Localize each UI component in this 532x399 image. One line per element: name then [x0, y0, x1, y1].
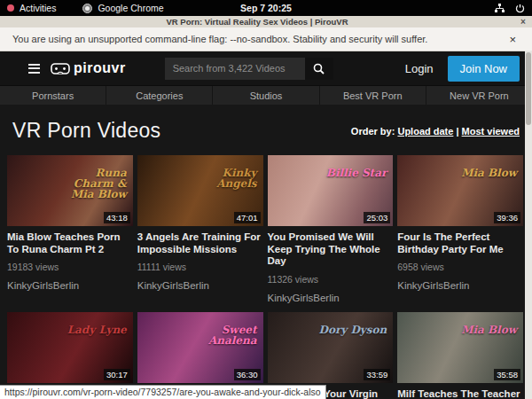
- video-title[interactable]: Mia Blow Teaches Porn To Runa Charm Pt 2: [7, 231, 133, 255]
- search-input[interactable]: [165, 58, 305, 80]
- warning-text: You are using an unsupported command-lin…: [12, 34, 505, 44]
- thumbnail-overlay-text: Runa Charm & Mia Blow: [56, 168, 127, 200]
- video-studio-link[interactable]: KinkyGirlsBerlin: [7, 280, 133, 291]
- warning-close-icon[interactable]: ×: [505, 33, 520, 46]
- system-top-bar: Activities Google Chrome Sep 7 20:25: [0, 0, 532, 16]
- video-views: 19183 views: [7, 262, 133, 272]
- nav-item-categories[interactable]: Categories: [106, 86, 212, 105]
- thumbnail-overlay-text: Mia Blow: [461, 168, 517, 178]
- video-card[interactable]: Mia Blow 39:36 Four Is The Perfect Birth…: [397, 155, 523, 303]
- search-button[interactable]: [305, 58, 333, 80]
- scrollbar[interactable]: [525, 51, 532, 399]
- order-by: Order by: Upload date | Most viewed: [351, 126, 520, 137]
- menu-hamburger-icon[interactable]: [27, 60, 42, 77]
- search-icon: [313, 63, 325, 74]
- browser-tab-bar: VR Porn: Virtual Reality Sex Videos | Pi…: [0, 16, 532, 27]
- order-by-label: Order by:: [351, 126, 395, 137]
- nav-item-studios[interactable]: Studios: [212, 86, 318, 105]
- login-link[interactable]: Login: [400, 59, 439, 79]
- video-thumbnail[interactable]: Dory Dyson 33:59: [268, 312, 394, 383]
- logo-text: pirouvr: [74, 60, 126, 76]
- order-upload-date-link[interactable]: Upload date: [397, 126, 453, 137]
- nav-item-best-vr[interactable]: Best VR Porn: [319, 86, 426, 105]
- network-icon[interactable]: [495, 4, 505, 13]
- clock[interactable]: Sep 7 20:25: [211, 3, 321, 13]
- video-title[interactable]: Four Is The Perfect Birthday Party For M…: [397, 231, 523, 255]
- site-nav: Pornstars Categories Studios Best VR Por…: [0, 85, 532, 105]
- tab-close-icon[interactable]: ×: [514, 17, 532, 27]
- video-title[interactable]: 3 Angels Are Training For Impossible Mis…: [137, 231, 263, 255]
- duration-badge: 33:59: [364, 369, 390, 380]
- video-thumbnail[interactable]: Kinky Angels 47:01: [137, 155, 263, 226]
- screen: Activities Google Chrome Sep 7 20:25 VR …: [0, 0, 532, 399]
- power-icon[interactable]: [515, 4, 525, 13]
- duration-badge: 43:18: [104, 212, 130, 223]
- nav-item-pornstars[interactable]: Pornstars: [0, 86, 106, 105]
- page-heading-row: VR Porn Videos Order by: Upload date | M…: [0, 105, 532, 153]
- video-thumbnail[interactable]: Sweet Analena 36:30: [137, 312, 263, 383]
- video-thumbnail[interactable]: Lady Lyne 30:17: [7, 312, 133, 383]
- order-most-viewed-link[interactable]: Most viewed: [462, 126, 520, 137]
- thumbnail-overlay-text: Lady Lyne: [67, 325, 127, 335]
- video-thumbnail[interactable]: Mia Blow 35:58: [397, 312, 523, 383]
- video-title[interactable]: You Promised We Will Keep Trying The Who…: [268, 231, 394, 268]
- page-title: VR Porn Videos: [12, 119, 160, 143]
- duration-badge: 47:01: [234, 212, 261, 223]
- video-thumbnail[interactable]: Mia Blow 39:36: [397, 155, 523, 226]
- thumbnail-overlay-text: Sweet Analena: [186, 325, 257, 346]
- order-separator: |: [456, 126, 458, 137]
- vr-goggles-icon: [51, 63, 70, 74]
- video-card[interactable]: Mia Blow 35:58 Milf Teaches The Teacher …: [397, 312, 523, 399]
- browser-tab[interactable]: VR Porn: Virtual Reality Sex Videos | Pi…: [0, 17, 514, 27]
- activities-button[interactable]: Activities: [20, 3, 56, 13]
- duration-badge: 35:58: [494, 369, 520, 380]
- thumbnail-overlay-text: Mia Blow: [461, 325, 517, 335]
- video-title[interactable]: Milf Teaches The Teacher Some Practical …: [397, 388, 523, 399]
- video-views: 11326 views: [268, 274, 394, 285]
- video-views: 11111 views: [137, 262, 263, 272]
- scrollbar-thumb[interactable]: [526, 52, 531, 125]
- video-card[interactable]: Runa Charm & Mia Blow 43:18 Mia Blow Tea…: [7, 155, 133, 303]
- chrome-icon: [82, 4, 92, 13]
- video-grid: Runa Charm & Mia Blow 43:18 Mia Blow Tea…: [0, 153, 532, 399]
- status-url-tooltip: https://pirouvr.com/vr-porn-video/779325…: [0, 385, 326, 399]
- thumbnail-overlay-text: Billie Star: [326, 168, 387, 178]
- video-studio-link[interactable]: KinkyGirlsBerlin: [137, 280, 263, 291]
- video-card[interactable]: Kinky Angels 47:01 3 Angels Are Training…: [137, 155, 263, 303]
- join-now-button[interactable]: Join Now: [448, 56, 520, 82]
- chrome-warning-bar: You are using an unsupported command-lin…: [0, 27, 532, 51]
- duration-badge: 36:30: [234, 369, 261, 380]
- video-card[interactable]: Billie Star 25:03 You Promised We Will K…: [268, 155, 394, 303]
- nav-item-new-vr[interactable]: New VR Porn: [426, 86, 532, 105]
- recording-indicator-icon: [7, 4, 14, 12]
- site-header: pirouvr Login Join Now: [0, 51, 532, 85]
- video-thumbnail[interactable]: Runa Charm & Mia Blow 43:18: [7, 155, 133, 226]
- video-thumbnail[interactable]: Billie Star 25:03: [268, 155, 394, 226]
- duration-badge: 39:36: [494, 212, 520, 223]
- video-views: 6958 views: [397, 262, 523, 272]
- video-studio-link[interactable]: KinkyGirlsBerlin: [397, 280, 523, 291]
- duration-badge: 30:17: [104, 369, 130, 380]
- focused-app-menu[interactable]: Google Chrome: [98, 3, 163, 13]
- thumbnail-overlay-text: Kinky Angels: [186, 168, 257, 189]
- video-studio-link[interactable]: KinkyGirlsBerlin: [268, 293, 394, 303]
- thumbnail-overlay-text: Dory Dyson: [319, 325, 387, 335]
- duration-badge: 25:03: [364, 212, 390, 223]
- site-logo[interactable]: pirouvr: [51, 60, 126, 76]
